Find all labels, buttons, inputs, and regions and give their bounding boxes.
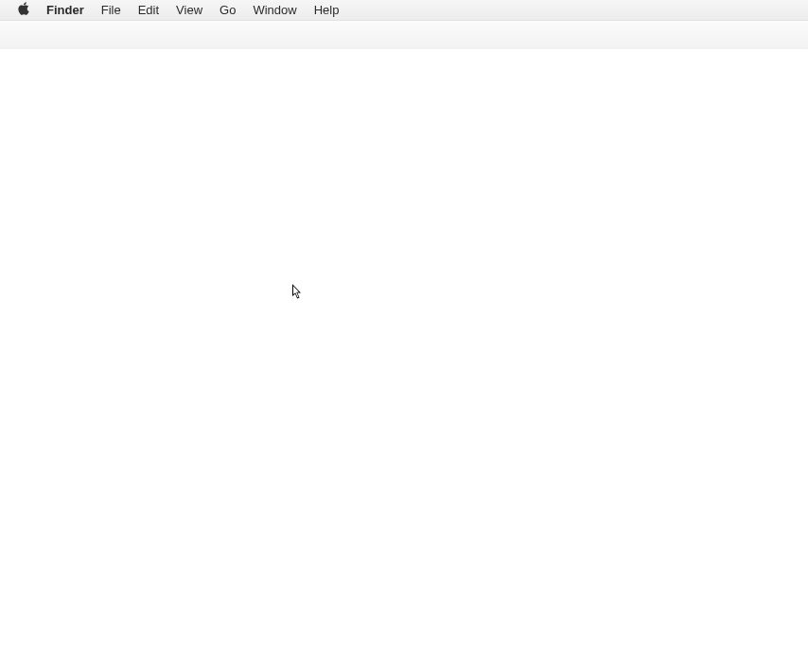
menu-file[interactable]: File [93, 0, 130, 20]
menu-help[interactable]: Help [306, 0, 348, 20]
menu-view[interactable]: View [167, 0, 211, 20]
app-name-label: Finder [46, 3, 84, 17]
menu-go-label: Go [220, 3, 236, 17]
apple-menu[interactable] [17, 0, 38, 20]
menu-file-label: File [101, 3, 121, 17]
menu-help-label: Help [314, 3, 340, 17]
menu-edit-label: Edit [138, 3, 159, 17]
menu-go[interactable]: Go [211, 0, 244, 20]
menu-view-label: View [176, 3, 202, 17]
menu-window[interactable]: Window [244, 0, 305, 20]
apple-logo-icon [17, 2, 30, 18]
desktop-area[interactable] [0, 49, 808, 672]
menu-window-label: Window [253, 3, 296, 17]
app-name-menu[interactable]: Finder [38, 0, 93, 20]
menu-bar: Finder File Edit View Go Window Help [0, 0, 808, 21]
menu-edit[interactable]: Edit [130, 0, 167, 20]
toolbar-strip [0, 21, 808, 49]
